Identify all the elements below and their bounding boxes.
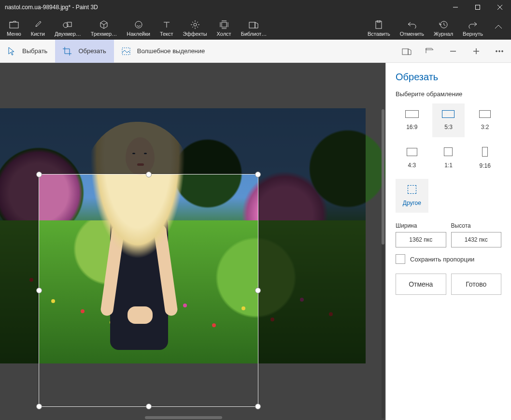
close-button[interactable] [489,0,511,14]
3d-button[interactable]: Трехмер… [86,14,122,40]
crop-handle-nw[interactable] [36,172,42,177]
choose-frame-label: Выберите обрамление [396,90,501,98]
paste-button[interactable]: Вставить [363,14,395,40]
3d-view-button[interactable] [395,40,418,63]
maximize-button[interactable] [467,0,489,14]
svg-rect-32 [402,49,408,55]
horizontal-scrollbar[interactable] [145,416,222,419]
svg-rect-1 [476,5,480,10]
crop-icon [63,47,71,56]
more-button[interactable] [488,40,511,63]
menu-button[interactable]: Меню [2,14,26,40]
svg-line-19 [197,22,198,23]
canvas-wrapper [0,63,385,420]
ratio-label: 5:3 [444,124,453,130]
ratio-icon [442,110,454,118]
dimension-row: Ширина 1362 пкс Высота 1432 пкс [396,222,501,247]
ratio-label: Другое [403,200,421,206]
ratio-label: 1:1 [444,162,453,169]
stickers-button[interactable]: Наклейки [122,14,155,40]
ratio-other[interactable]: Другое [396,179,428,213]
canvas-label: Холст [217,31,231,37]
mixed-reality-button[interactable] [418,40,441,63]
2d-label: Двухмер… [55,31,81,37]
crop-panel: Обрезать Выберите обрамление 16:95:33:24… [385,63,511,420]
vertical-scrollbar[interactable] [382,109,384,419]
brushes-button[interactable]: Кисти [26,14,50,40]
crop-label: Обрезать [78,47,106,55]
ratio-4-3[interactable]: 4:3 [396,141,428,175]
svg-line-17 [192,22,193,23]
history-button[interactable]: Журнал [429,14,458,40]
crop-handle-s[interactable] [146,404,152,409]
zoom-out-button[interactable] [441,40,465,63]
ratio-3-2[interactable]: 3:2 [468,103,501,137]
ratio-icon [405,110,419,118]
action-row: Отмена Готово [396,274,501,295]
undo-icon [408,19,416,30]
crop-tool[interactable]: Обрезать [55,40,114,63]
brushes-label: Кисти [31,31,45,37]
library-button[interactable]: Библиот… [236,14,272,40]
ratio-label: 3:2 [481,124,489,130]
ratio-9-16[interactable]: 9:16 [468,141,501,175]
done-button[interactable]: Готово [451,274,502,295]
undo-button[interactable]: Отменить [395,14,429,40]
effects-icon [191,19,199,30]
crop-handle-ne[interactable] [255,172,261,177]
svg-point-9 [135,21,142,28]
width-label: Ширина [396,222,446,229]
height-input[interactable]: 1432 пкс [451,232,502,247]
sub-toolbar: Выбрать Обрезать Волшебное выделение [0,40,511,63]
cancel-button[interactable]: Отмена [396,274,446,295]
ratio-icon [482,147,488,157]
crop-handle-n[interactable] [146,172,152,177]
cancel-label: Отмена [409,280,433,288]
stickers-label: Наклейки [127,31,150,37]
width-input[interactable]: 1362 пкс [396,232,446,247]
paste-icon [375,19,383,30]
ratio-grid: 16:95:33:24:31:19:16Другое [396,103,501,213]
height-unit: пкс [479,236,488,243]
crop-handle-se[interactable] [255,404,261,409]
magic-select-tool[interactable]: Волшебное выделение [114,40,213,63]
canvas-button[interactable]: Холст [212,14,236,40]
collapse-ribbon-button[interactable] [488,14,509,40]
ratio-1-1[interactable]: 1:1 [432,141,465,175]
library-label: Библиот… [241,31,267,37]
magic-select-icon [122,47,130,55]
ratio-16-9[interactable]: 16:9 [396,103,428,137]
crop-handle-e[interactable] [255,288,261,293]
crop-selection[interactable] [39,174,258,407]
canvas-icon [220,19,228,30]
minimize-button[interactable] [444,0,467,14]
text-button[interactable]: Текст [155,14,178,40]
magic-select-label: Волшебное выделение [137,47,205,55]
2d-button[interactable]: Двухмер… [50,14,86,40]
history-icon [439,19,448,30]
svg-line-18 [197,27,198,28]
library-icon [249,19,258,30]
scrollbar-thumb[interactable] [382,109,384,245]
svg-marker-33 [408,49,411,55]
svg-rect-4 [10,22,18,28]
ratio-5-3[interactable]: 5:3 [432,103,465,137]
text-icon [163,19,170,30]
zoom-in-button[interactable] [465,40,488,63]
lock-ratio-checkbox[interactable] [396,254,405,264]
effects-button[interactable]: Эффекты [178,14,212,40]
sticker-icon [134,19,143,30]
redo-button[interactable]: Вернуть [458,14,488,40]
width-value: 1362 [409,236,422,243]
paste-label: Вставить [368,31,390,37]
lock-ratio-label: Сохранить пропорции [410,256,474,263]
window-title: nastol.com.ua-98948.jpg* - Paint 3D [5,4,98,11]
cursor-icon [8,47,15,56]
ratio-label: 4:3 [408,162,416,169]
shapes-2d-icon [63,19,72,30]
select-tool[interactable]: Выбрать [0,40,55,63]
crop-handle-w[interactable] [36,288,42,293]
3d-label: Трехмер… [91,31,117,37]
crop-handle-sw[interactable] [36,404,42,409]
crop-overlay [39,108,258,174]
